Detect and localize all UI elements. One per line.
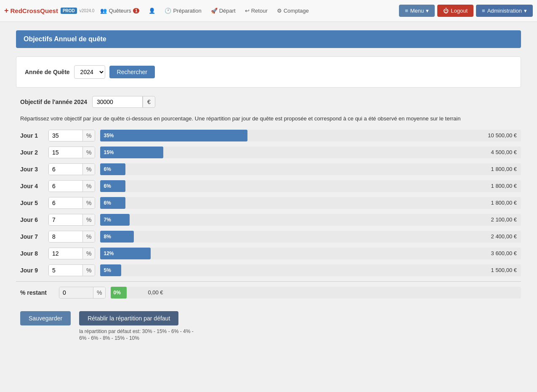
profile-nav[interactable]: 👤: [145, 0, 159, 22]
day-row-5: Jour 5 % 6% 1 800,00 €: [20, 197, 521, 209]
progress-bar-4: 6%: [100, 180, 125, 192]
brand-plus: +: [4, 6, 9, 15]
depart-icon: 🚀: [211, 8, 218, 14]
annee-select[interactable]: 2022202320242025: [74, 65, 105, 79]
day-input-8[interactable]: [49, 248, 82, 259]
retablir-container: Rétablir la répartition par défaut la ré…: [79, 311, 197, 342]
preparation-label: Préparation: [173, 8, 201, 14]
queteurs-count: 1: [133, 8, 140, 13]
depart-nav[interactable]: 🚀 Départ: [207, 0, 239, 22]
day-pct-label-6: %: [82, 214, 95, 225]
version-text: v2024.0: [80, 8, 95, 13]
progress-bar-label-3: 6%: [104, 166, 111, 172]
day-row-9: Jour 9 % 5% 1 500,00 €: [20, 264, 521, 276]
day-label-8: Jour 8: [20, 250, 43, 257]
progress-bar-label-5: 6%: [104, 200, 111, 206]
logout-button[interactable]: ⏻ Logout: [437, 5, 473, 17]
progress-amount-6: 2 100,00 €: [491, 216, 517, 223]
day-input-group-5: %: [48, 197, 95, 209]
day-input-3[interactable]: [49, 164, 82, 175]
version-container: v2024.0: [80, 8, 95, 13]
day-input-5[interactable]: [49, 197, 82, 208]
objectif-currency: €: [143, 96, 155, 108]
remaining-bar-container: 0% 0,00 €: [111, 287, 521, 299]
progress-container-9: 5% 1 500,00 €: [100, 264, 521, 276]
day-pct-label-1: %: [82, 130, 95, 141]
progress-amount-8: 3 600,00 €: [491, 250, 517, 256]
day-input-6[interactable]: [49, 214, 82, 225]
day-input-group-1: %: [48, 130, 95, 141]
progress-bar-label-4: 6%: [104, 183, 111, 189]
progress-bar-9: 5%: [100, 264, 121, 276]
remaining-pct-label: %: [93, 287, 105, 298]
day-input-7[interactable]: [49, 231, 82, 242]
retour-nav[interactable]: ↩ Retour: [242, 0, 271, 22]
day-row-2: Jour 2 % 15% 4 500,00 €: [20, 147, 521, 158]
day-input-2[interactable]: [49, 147, 82, 158]
remaining-input: [59, 287, 93, 298]
day-input-1[interactable]: [49, 130, 82, 141]
comptage-nav[interactable]: ⚙ Comptage: [274, 0, 312, 22]
queteurs-nav[interactable]: 👥 Quêteurs 1: [97, 0, 143, 22]
menu-icon: ≡: [405, 8, 408, 14]
day-label-7: Jour 7: [20, 233, 43, 240]
admin-button[interactable]: ≡ Administration ▾: [476, 5, 533, 17]
queteurs-icon: 👥: [100, 8, 107, 14]
objectif-label: Objectif de l'année 2024: [20, 99, 87, 105]
brand-link[interactable]: + RedCrossQuest: [4, 6, 58, 15]
progress-bar-label-6: 7%: [104, 217, 111, 223]
progress-bar-2: 15%: [100, 147, 163, 158]
page-title: Objectifs Annuel de quête: [24, 35, 106, 43]
progress-amount-1: 10 500,00 €: [488, 132, 517, 139]
admin-icon: ≡: [482, 8, 485, 14]
navbar: + RedCrossQuest PROD v2024.0 👥 Quêteurs …: [0, 0, 537, 22]
day-row-6: Jour 6 % 7% 2 100,00 €: [20, 214, 521, 226]
search-panel: Année de Quête 2022202320242025 Recherch…: [16, 56, 521, 88]
progress-amount-3: 1 800,00 €: [491, 166, 517, 172]
remaining-amount: 0,00 €: [148, 289, 163, 296]
sauvegarder-button[interactable]: Sauvegarder: [20, 311, 71, 325]
retablir-note: la répartition par défaut est: 30% - 15%…: [79, 328, 197, 342]
day-row-3: Jour 3 % 6% 1 800,00 €: [20, 163, 521, 175]
progress-container-6: 7% 2 100,00 €: [100, 214, 521, 226]
day-input-group-4: %: [48, 180, 95, 192]
retour-label: Retour: [251, 8, 268, 14]
menu-caret: ▾: [426, 8, 429, 14]
day-pct-label-7: %: [82, 231, 95, 242]
day-input-4[interactable]: [49, 181, 82, 192]
day-row-8: Jour 8 % 12% 3 600,00 €: [20, 248, 521, 259]
day-input-group-9: %: [48, 264, 95, 276]
comptage-label: Comptage: [284, 8, 309, 14]
progress-bar-label-8: 12%: [104, 251, 114, 256]
day-label-4: Jour 4: [20, 183, 43, 189]
objectif-input[interactable]: [92, 96, 143, 108]
rechercher-button[interactable]: Rechercher: [109, 66, 155, 78]
day-input-group-2: %: [48, 147, 95, 158]
remaining-row: % restant % 0% 0,00 €: [16, 281, 521, 299]
progress-container-7: 8% 2 400,00 €: [100, 231, 521, 243]
progress-amount-7: 2 400,00 €: [491, 233, 517, 240]
progress-amount-9: 1 500,00 €: [491, 267, 517, 273]
main-content: Objectifs Annuel de quête Année de Quête…: [8, 22, 529, 350]
remaining-input-group: %: [59, 287, 106, 299]
day-label-3: Jour 3: [20, 166, 43, 173]
menu-label: Menu: [410, 8, 424, 14]
day-input-group-6: %: [48, 214, 95, 226]
day-pct-label-4: %: [82, 181, 95, 192]
progress-bar-3: 6%: [100, 163, 125, 175]
progress-bar-8: 12%: [100, 248, 151, 259]
retablir-button[interactable]: Rétablir la répartition par défaut: [79, 311, 178, 325]
progress-bar-label-9: 5%: [104, 267, 111, 273]
progress-amount-2: 4 500,00 €: [491, 149, 517, 155]
objectif-input-group: €: [92, 96, 155, 108]
day-input-9[interactable]: [49, 265, 82, 276]
day-pct-label-3: %: [82, 164, 95, 175]
menu-button[interactable]: ≡ Menu ▾: [399, 5, 435, 17]
preparation-nav[interactable]: 🕐 Préparation: [161, 0, 205, 22]
day-label-6: Jour 6: [20, 216, 43, 223]
day-label-5: Jour 5: [20, 200, 43, 206]
progress-container-5: 6% 1 800,00 €: [100, 197, 521, 209]
progress-bar-label-2: 15%: [104, 149, 114, 155]
profile-icon: 👤: [149, 8, 155, 14]
brand-name: RedCrossQuest: [11, 7, 58, 14]
